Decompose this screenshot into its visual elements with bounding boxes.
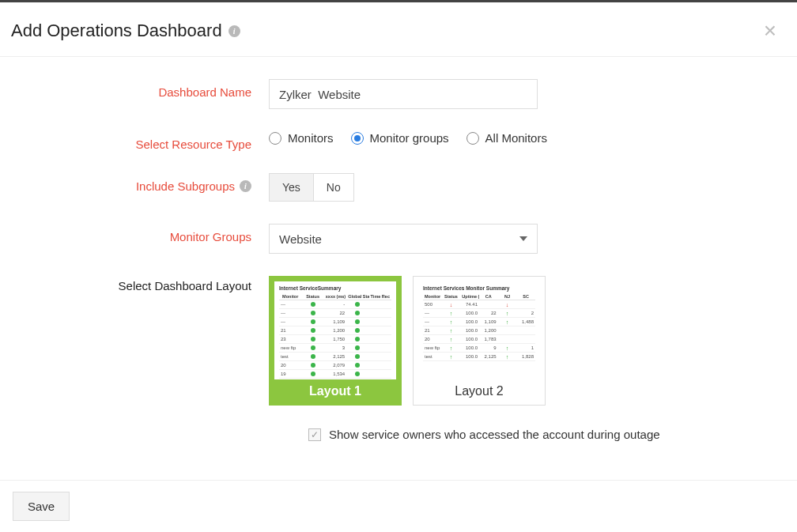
label-monitor-groups: Monitor Groups	[16, 224, 269, 243]
preview-table-2: MonitorStatusUptime (%)CANJSC500↓74.41↓-…	[423, 293, 535, 361]
row-include-subgroups: Include Subgroups i Yes No	[16, 173, 781, 202]
dashboard-name-input[interactable]	[269, 79, 538, 109]
radio-monitor-groups[interactable]: Monitor groups	[351, 131, 449, 145]
row-resource-type: Select Resource Type Monitors Monitor gr…	[16, 131, 781, 151]
radio-all-monitors[interactable]: All Monitors	[466, 131, 547, 145]
layout-2-label: Layout 2	[414, 379, 545, 405]
radio-label: Monitor groups	[370, 131, 449, 145]
show-owners-label: Show service owners who accessed the acc…	[329, 428, 660, 441]
radio-label: Monitors	[288, 131, 334, 145]
layout-2-card[interactable]: Internet Services Monitor Summary Monito…	[413, 276, 546, 406]
layout-2-preview: Internet Services Monitor Summary Monito…	[418, 281, 540, 379]
radio-icon	[269, 132, 281, 145]
resource-type-radio-group: Monitors Monitor groups All Monitors	[269, 131, 547, 145]
chevron-down-icon	[519, 236, 527, 241]
preview-title: Internet Services Monitor Summary	[423, 285, 535, 291]
modal-footer: Save	[0, 480, 797, 532]
radio-icon	[466, 132, 479, 145]
label-resource-type: Select Resource Type	[16, 131, 269, 151]
layout-1-label: Layout 1	[270, 379, 401, 405]
include-subgroups-toggle: Yes No	[269, 173, 354, 202]
subgroups-no-button[interactable]: No	[313, 174, 353, 201]
close-icon[interactable]: ×	[761, 17, 780, 45]
monitor-groups-select[interactable]: Website	[269, 224, 538, 254]
row-dashboard-layout: Select Dashboard Layout Internet Service…	[16, 276, 781, 406]
radio-label: All Monitors	[485, 131, 547, 145]
label-include-subgroups: Include Subgroups i	[16, 173, 269, 193]
preview-title: Internet ServiceSummary	[279, 285, 391, 291]
radio-icon	[351, 132, 364, 145]
radio-monitors[interactable]: Monitors	[269, 131, 334, 145]
form-body: Dashboard Name Select Resource Type Moni…	[0, 57, 797, 457]
save-button[interactable]: Save	[13, 492, 70, 521]
show-owners-checkbox[interactable]: ✓	[308, 428, 321, 441]
layout-options: Internet ServiceSummary MonitorStatusxxx…	[269, 276, 546, 406]
row-dashboard-name: Dashboard Name	[16, 79, 781, 109]
preview-table-1: MonitorStatusxxxx (ms)Global StatusTime …	[279, 293, 391, 379]
modal-header: Add Operations Dashboard i ×	[0, 2, 797, 57]
info-icon[interactable]: i	[229, 25, 240, 37]
row-monitor-groups: Monitor Groups Website	[16, 224, 781, 254]
modal-title: Add Operations Dashboard i	[11, 21, 240, 41]
add-operations-dashboard-modal: Add Operations Dashboard i × Dashboard N…	[0, 2, 797, 457]
label-dashboard-layout: Select Dashboard Layout	[16, 276, 269, 292]
subgroups-yes-button[interactable]: Yes	[270, 174, 313, 201]
layout-1-preview: Internet ServiceSummary MonitorStatusxxx…	[274, 281, 396, 379]
info-icon[interactable]: i	[240, 180, 251, 192]
layout-1-card[interactable]: Internet ServiceSummary MonitorStatusxxx…	[269, 276, 402, 406]
modal-title-text: Add Operations Dashboard	[11, 21, 222, 41]
select-value: Website	[279, 232, 322, 246]
row-show-owners: ✓ Show service owners who accessed the a…	[308, 428, 781, 441]
label-text: Include Subgroups	[136, 179, 235, 193]
label-dashboard-name: Dashboard Name	[16, 79, 269, 99]
